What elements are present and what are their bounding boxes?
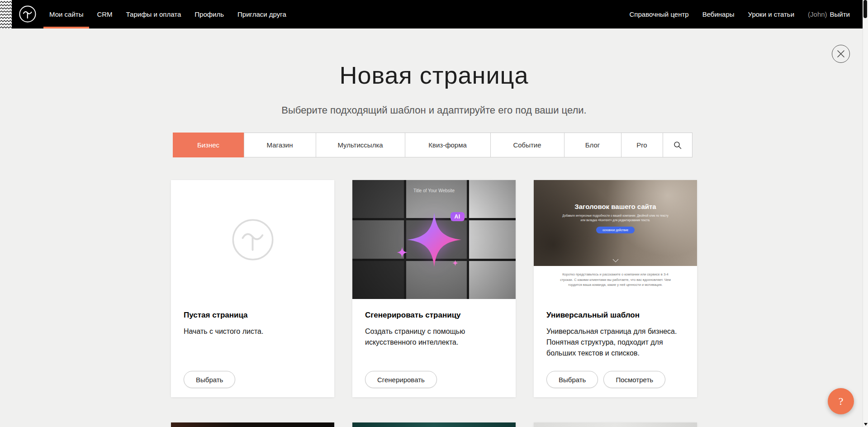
generate-page-button[interactable]: Сгенерировать: [365, 371, 437, 388]
logout-link[interactable]: Выйти: [830, 10, 850, 18]
template-card-partial[interactable]: [352, 422, 516, 427]
template-card-partial[interactable]: [534, 422, 697, 427]
template-card-blank[interactable]: Пустая страница Начать с чистого листа. …: [171, 180, 334, 397]
collage-tile: [469, 180, 516, 218]
card-title: Пустая страница: [184, 311, 322, 320]
top-navbar: Мои сайты CRM Тарифы и оплата Профиль Пр…: [0, 0, 868, 28]
preview-body-section: Коротко представьтесь и расскажите о ком…: [534, 266, 697, 299]
search-icon: [674, 141, 682, 149]
tab-blog[interactable]: Блог: [564, 133, 621, 157]
blank-card-preview: [171, 180, 334, 299]
template-cards-row2: [171, 422, 697, 427]
close-icon: [837, 50, 844, 57]
card-title: Универсальный шаблон: [546, 311, 684, 320]
nav-item-my-sites[interactable]: Мои сайты: [49, 0, 83, 28]
card-title: Сгенерировать страницу: [365, 311, 503, 320]
card-actions: Выбрать: [184, 371, 235, 388]
collage-tile: [469, 261, 516, 299]
nav-item-profile[interactable]: Профиль: [194, 0, 224, 28]
card-description: Начать с чистого листа.: [184, 326, 322, 337]
card-actions: Выбрать Посмотреть: [546, 371, 665, 388]
preview-subtext: Добавьте интересные подробности о вашей …: [561, 214, 669, 222]
zigzag-icon: [0, 0, 12, 28]
card-description: Универсальная страница для бизнеса. Поня…: [546, 326, 684, 359]
partial-card-preview: [352, 422, 516, 427]
nav-item-crm[interactable]: CRM: [97, 0, 112, 28]
tilda-watermark-icon: [230, 217, 275, 262]
universal-card-preview: Заголовок вашего сайта Добавьте интересн…: [534, 180, 697, 299]
primary-nav: Мои сайты CRM Тарифы и оплата Профиль Пр…: [49, 0, 300, 28]
page-title: Новая страница: [0, 61, 868, 89]
card-actions: Сгенерировать: [365, 371, 437, 388]
preview-hero-section: Заголовок вашего сайта Добавьте интересн…: [534, 180, 697, 266]
page-subtitle: Выберите подходящий шаблон и адаптируйте…: [0, 104, 868, 116]
preview-action-button: основное действие: [596, 227, 635, 233]
tilda-logo[interactable]: [19, 5, 37, 23]
secondary-nav: Справочный центр Вебинары Уроки и статьи…: [616, 0, 868, 28]
scrollbar-thumb[interactable]: [863, 0, 867, 18]
tilda-logo-icon: [19, 5, 37, 23]
tab-shop[interactable]: Магазин: [244, 133, 316, 157]
nav-item-invite-friend[interactable]: Пригласи друга: [237, 0, 286, 28]
select-blank-button[interactable]: Выбрать: [184, 371, 235, 388]
card-description: Создать страницу с помощью искусственног…: [365, 326, 503, 348]
scrollbar-down-arrow[interactable]: [864, 423, 868, 426]
partial-card-preview: [534, 422, 697, 427]
small-sparkle-icon: [452, 260, 459, 266]
ai-card-preview: Title of Your Website AI: [352, 180, 516, 299]
template-cards-grid: Пустая страница Начать с чистого листа. …: [171, 180, 697, 397]
preview-heading: Заголовок вашего сайта: [574, 203, 656, 210]
select-universal-button[interactable]: Выбрать: [546, 371, 598, 388]
collage-tile: [352, 261, 404, 299]
close-button[interactable]: [832, 45, 850, 63]
help-button[interactable]: ?: [828, 388, 854, 414]
card-body: Универсальный шаблон Универсальная стран…: [534, 299, 697, 397]
user-name: (John): [808, 10, 827, 18]
page-scrollbar[interactable]: [863, 0, 868, 427]
template-card-universal[interactable]: Заголовок вашего сайта Добавьте интересн…: [534, 180, 697, 397]
nav-item-pricing[interactable]: Тарифы и оплата: [126, 0, 181, 28]
small-sparkle-icon: [396, 247, 408, 258]
tab-event[interactable]: Событие: [490, 133, 564, 157]
card-body: Пустая страница Начать с чистого листа. …: [171, 299, 334, 397]
ai-badge: AI: [451, 212, 465, 221]
template-card-partial[interactable]: [171, 422, 334, 427]
tab-search[interactable]: [663, 133, 693, 157]
tab-pro[interactable]: Pro: [621, 133, 663, 157]
card-body: Сгенерировать страницу Создать страницу …: [352, 299, 516, 397]
tab-business[interactable]: Бизнес: [173, 133, 244, 157]
template-card-ai-generate[interactable]: Title of Your Website AI: [352, 180, 516, 397]
partial-card-preview: [171, 422, 334, 427]
tab-quiz-form[interactable]: Квиз-форма: [405, 133, 491, 157]
zigzag-pattern: [0, 0, 12, 28]
collage-tile: [352, 180, 404, 218]
preview-body-text: Коротко представьтесь и расскажите о ком…: [557, 272, 674, 288]
template-category-tabs: Бизнес Магазин Мультиссылка Квиз-форма С…: [173, 133, 696, 157]
nav-item-help-center[interactable]: Справочный центр: [630, 0, 689, 28]
view-universal-button[interactable]: Посмотреть: [603, 371, 665, 388]
nav-item-tutorials[interactable]: Уроки и статьи: [748, 0, 794, 28]
tab-multilink[interactable]: Мультиссылка: [316, 133, 405, 157]
collage-tile: [469, 220, 516, 258]
chevron-down-icon: [612, 256, 618, 262]
nav-item-webinars[interactable]: Вебинары: [702, 0, 735, 28]
preview-site-title: Title of Your Website: [352, 188, 516, 193]
user-area: (John) Выйти: [808, 0, 850, 28]
